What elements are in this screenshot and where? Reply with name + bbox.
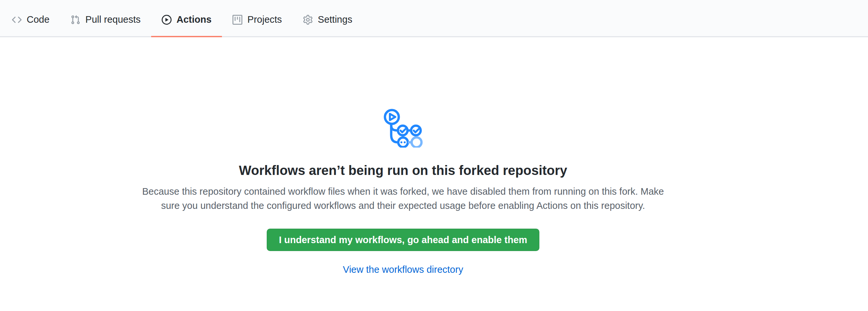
repo-tab-nav: Code Pull requests Actions Projects Sett… — [0, 0, 868, 37]
code-icon — [12, 15, 22, 25]
empty-state-description: Because this repository contained workfl… — [133, 185, 673, 213]
tab-label: Code — [27, 15, 50, 24]
tab-projects[interactable]: Projects — [222, 3, 292, 37]
project-icon — [232, 15, 242, 25]
tab-label: Pull requests — [85, 15, 141, 24]
tab-settings[interactable]: Settings — [292, 3, 363, 37]
git-pull-request-icon — [70, 15, 80, 25]
tab-label: Settings — [318, 15, 352, 24]
tab-label: Actions — [177, 15, 211, 24]
tab-code[interactable]: Code — [1, 3, 60, 37]
gear-icon — [303, 15, 313, 25]
enable-workflows-button[interactable]: I understand my workflows, go ahead and … — [267, 229, 539, 251]
empty-state-title: Workflows aren’t being run on this forke… — [0, 162, 806, 179]
play-icon — [162, 15, 172, 25]
tab-label: Projects — [247, 15, 282, 24]
actions-empty-state: Workflows aren’t being run on this forke… — [0, 37, 806, 275]
tab-pull-requests[interactable]: Pull requests — [60, 3, 151, 37]
workflow-graph-icon — [383, 108, 423, 148]
tab-actions[interactable]: Actions — [151, 3, 222, 37]
view-workflows-directory-link[interactable]: View the workflows directory — [343, 264, 463, 275]
